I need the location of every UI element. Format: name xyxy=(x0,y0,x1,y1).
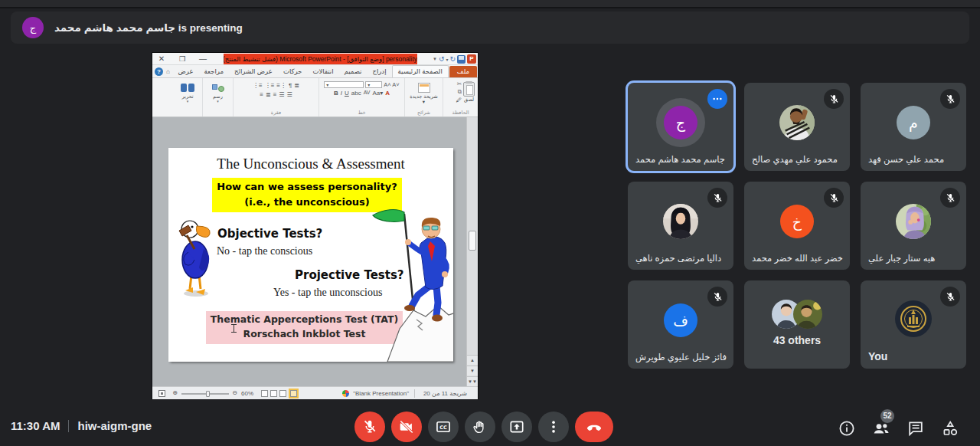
close-window-icon[interactable]: ✕ xyxy=(155,54,168,64)
slide-scrollbar[interactable]: ▲ ▼ ▼▼ xyxy=(466,117,478,386)
participant-count-badge: 52 xyxy=(880,409,894,423)
ppt-slide-canvas: The Unconscious & Assessment How can we … xyxy=(152,117,478,386)
svg-text:CC: CC xyxy=(439,425,447,431)
raise-hand-button[interactable] xyxy=(465,412,495,442)
minimize-ribbon-icon[interactable]: ⌂ xyxy=(166,68,170,75)
call-controls: CC xyxy=(354,412,613,442)
participant-tile-8[interactable]: You xyxy=(861,280,966,369)
zoom-in-icon[interactable]: ⊕ xyxy=(171,389,179,398)
ppt-tab-7[interactable]: مراجعة xyxy=(199,66,230,77)
mic-muted-icon xyxy=(940,287,960,307)
activities-button[interactable] xyxy=(941,419,959,438)
zoom-slider[interactable] xyxy=(181,393,229,395)
maximize-window-icon[interactable]: ❒ xyxy=(175,54,189,64)
mic-off-button[interactable] xyxy=(354,412,385,442)
captions-button[interactable]: CC xyxy=(428,412,459,442)
ppt-tab-6[interactable]: عرض الشرائح xyxy=(229,66,278,77)
find-binoculars-icon[interactable] xyxy=(181,84,194,93)
ppt-tab-3[interactable]: تصميم xyxy=(339,66,368,77)
avatar-logo xyxy=(895,300,932,337)
mic-muted-icon xyxy=(940,188,960,208)
save-icon[interactable] xyxy=(457,55,466,64)
presenting-text: جاسم محمد هاشم محمد is presenting xyxy=(54,21,243,34)
avatar: م xyxy=(897,106,930,139)
presentation-name: "Blank Presentation" xyxy=(353,387,409,400)
avatar-photo xyxy=(663,204,698,239)
camera-off-button[interactable] xyxy=(391,412,422,442)
divider xyxy=(68,420,69,432)
view-reading-icon[interactable] xyxy=(279,390,286,397)
zoom-out-icon[interactable]: ⊖ xyxy=(230,389,239,398)
participant-tile-5[interactable]: هبه ستار جبار علي xyxy=(861,182,966,270)
ppt-tab-4[interactable]: انتقالات xyxy=(307,66,338,77)
presenting-banner: ج جاسم محمد هاشم محمد is presenting xyxy=(11,11,969,44)
window-top-strip xyxy=(0,0,980,8)
mic-muted-icon xyxy=(824,188,844,208)
chat-button[interactable] xyxy=(906,419,925,438)
participant-name: محمد علي حسن فهد xyxy=(868,154,964,165)
tile-more-options-button[interactable] xyxy=(707,89,727,109)
participant-name: You xyxy=(868,350,964,362)
ppt-tab-1[interactable]: الصفحة الرئيسية xyxy=(392,65,449,77)
view-normal-icon[interactable] xyxy=(261,390,268,397)
slide-projective-sub: Yes - tap the unconscious xyxy=(273,287,382,299)
avatar: خ xyxy=(780,205,814,238)
theme-icon xyxy=(342,390,349,397)
people-button[interactable]: 52 xyxy=(872,419,890,438)
more-options-button[interactable] xyxy=(538,412,569,442)
ppt-tab-8[interactable]: عرض xyxy=(172,66,198,77)
participant-grid: ججاسم محمد هاشم محمدمحمود علي مهدي صالحم… xyxy=(628,83,966,369)
undo-icon[interactable]: ↺ xyxy=(439,55,445,64)
participant-tile-3[interactable]: داليا مرتضى حمزه ناهي xyxy=(628,182,733,270)
participant-tile-7[interactable]: 43 others xyxy=(744,280,850,369)
participant-tile-0[interactable]: ججاسم محمد هاشم محمد xyxy=(628,83,733,171)
ribbon-group-clipboard: لصق ✂⧉🖉 الحافظة xyxy=(443,78,478,116)
view-sorter-icon[interactable] xyxy=(270,390,277,397)
help-icon[interactable]: ? xyxy=(155,67,163,76)
participant-tile-4[interactable]: خخضر عبد الله خضر محمد xyxy=(744,182,850,270)
participant-name: خضر عبد الله خضر محمد xyxy=(752,253,848,264)
mic-muted-icon xyxy=(707,287,727,307)
ribbon-group-font: ▾ ▾ A˄ A˅ BIUabcAVAa▾A خط xyxy=(318,78,404,116)
minimize-window-icon[interactable]: — xyxy=(196,54,210,64)
powerpoint-app-icon: P xyxy=(467,54,476,64)
paste-icon[interactable] xyxy=(463,82,475,97)
info-button[interactable] xyxy=(838,419,856,438)
redo-icon[interactable]: ↻ xyxy=(449,55,456,64)
slide-objective-heading: Objective Tests? xyxy=(217,227,322,241)
avatar: ف xyxy=(664,303,697,337)
mic-muted-icon xyxy=(707,188,727,208)
powerpoint-window: ✕ ❒ — personality [وضع التوافق] - Micros… xyxy=(152,53,478,399)
participant-tile-2[interactable]: ممحمد علي حسن فهد xyxy=(861,83,966,171)
view-slideshow-icon[interactable] xyxy=(290,390,297,397)
ppt-quick-access-toolbar: ▼ ↺ ▾ ↻ P xyxy=(433,54,476,64)
ppt-tab-5[interactable]: حركات xyxy=(278,66,308,77)
ribbon-group-editing: تحرير▾ xyxy=(173,78,202,116)
present-button[interactable] xyxy=(501,412,532,442)
mic-muted-icon xyxy=(940,89,960,109)
others-count-label: 43 others xyxy=(744,334,850,346)
zoom-level: 60% xyxy=(241,387,253,400)
avatar-photo xyxy=(896,204,931,239)
ribbon-group-slides: شريحة جديدة ▾ شرائح xyxy=(404,78,443,116)
ppt-window-title: personality [وضع التوافق] - Microsoft Po… xyxy=(224,54,417,64)
bottom-bar: 11:30 AM hiw-aigm-gne CC 52 xyxy=(0,399,980,446)
ppt-status-bar: ⊕ ⊖ 60% "Blank Presentation" شريحة 11 من… xyxy=(152,386,478,399)
ppt-tab-2[interactable]: إدراج xyxy=(367,66,391,77)
ppt-ribbon-tabs: ملفالصفحة الرئيسيةإدراجتصميمانتقالاتحركا… xyxy=(152,65,478,78)
mic-muted-icon xyxy=(824,89,844,109)
drawing-shapes-icon[interactable] xyxy=(212,84,224,93)
fit-to-window-icon[interactable] xyxy=(158,390,165,397)
end-call-button[interactable] xyxy=(575,412,613,442)
participant-tile-1[interactable]: محمود علي مهدي صالح xyxy=(744,83,850,171)
ribbon-group-paragraph: ⋮≡⋮≡≡⋮¶≣ ≡≣≡☰☰ فقرة xyxy=(233,78,318,116)
qat-dropdown-icon[interactable]: ▼ xyxy=(433,57,437,61)
participant-name: هبه ستار جبار علي xyxy=(868,253,964,264)
ppt-tab-0[interactable]: ملف xyxy=(449,66,477,77)
clock: 11:30 AM xyxy=(11,419,60,432)
avatar: ج xyxy=(664,106,697,139)
participant-tile-6[interactable]: ففائز خليل عليوي طويرش xyxy=(628,280,733,369)
participant-name: جاسم محمد هاشم محمد xyxy=(635,154,731,165)
new-slide-icon[interactable] xyxy=(418,83,430,93)
undo-dropdown-icon: ▾ xyxy=(446,57,448,62)
